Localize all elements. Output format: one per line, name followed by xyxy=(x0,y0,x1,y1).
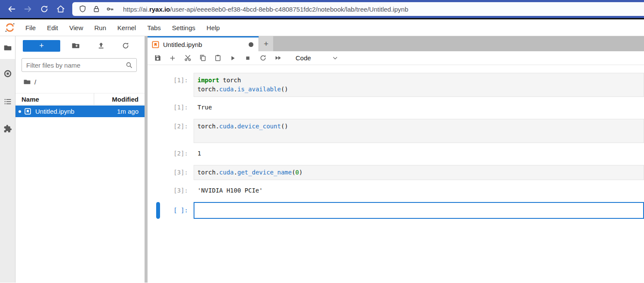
run-cell-button[interactable] xyxy=(228,54,237,62)
menu-edit[interactable]: Edit xyxy=(41,24,64,31)
save-icon xyxy=(154,54,162,62)
cut-cell-button[interactable] xyxy=(183,54,192,62)
notebook-cell-code: [1]:import torchtorch.cuda.is_available(… xyxy=(148,73,644,97)
run-icon xyxy=(229,54,237,62)
scissors-icon xyxy=(184,54,192,62)
sidebar-tab-toc[interactable] xyxy=(3,97,12,106)
file-modified: 1m ago xyxy=(117,108,145,115)
cell-prompt: [1]: xyxy=(148,103,194,112)
menu-view[interactable]: View xyxy=(64,24,89,31)
new-launcher-button[interactable]: + xyxy=(23,40,60,52)
cell-type-dropdown[interactable]: Code xyxy=(296,54,311,62)
restart-run-all-button[interactable] xyxy=(274,54,282,62)
breadcrumb: / xyxy=(23,78,36,86)
restart-kernel-button[interactable] xyxy=(259,54,267,62)
browser-home-button[interactable] xyxy=(55,4,66,14)
upload-icon xyxy=(97,41,105,50)
browser-toolbar: https://ai.ryax.io/user-api/eeee8eb0-ef3… xyxy=(0,0,644,18)
new-tab-button[interactable]: + xyxy=(259,36,273,51)
fast-forward-icon xyxy=(274,54,282,62)
cell-prompt: [2]: xyxy=(148,149,194,158)
notebook-cell-code: [3]:torch.cuda.get_device_name(0) xyxy=(148,165,644,180)
breadcrumb-root[interactable]: / xyxy=(34,78,36,86)
left-activity-bar xyxy=(0,36,15,283)
running-kernels-icon xyxy=(3,69,12,78)
browser-reload-button[interactable] xyxy=(39,4,49,14)
menu-tabs[interactable]: Tabs xyxy=(142,24,166,31)
new-folder-icon xyxy=(71,41,80,50)
cell-prompt: [ ]: xyxy=(148,202,194,219)
filter-files-box xyxy=(22,58,137,72)
interrupt-kernel-button[interactable] xyxy=(243,54,252,62)
copy-cell-button[interactable] xyxy=(198,54,207,62)
menu-file[interactable]: File xyxy=(20,24,41,31)
forward-icon xyxy=(23,4,33,14)
browser-back-button[interactable] xyxy=(6,4,17,14)
sidebar-tab-filebrowser[interactable] xyxy=(0,36,15,59)
filter-files-input[interactable] xyxy=(26,62,125,69)
notebook-cell-output: [1]:True xyxy=(148,103,644,112)
cell-input-editor[interactable] xyxy=(194,202,644,219)
folder-icon xyxy=(3,44,12,52)
paste-cell-button[interactable] xyxy=(213,54,222,62)
notebook-cell-output: [3]:'NVIDIA H100 PCIe' xyxy=(148,186,644,195)
notebook-tab-icon xyxy=(151,40,160,49)
file-row-untitled-ipynb[interactable]: Untitled.ipynb 1m ago xyxy=(15,106,145,117)
url-text: https://ai.ryax.io/user-api/eeee8eb0-ef3… xyxy=(123,6,408,13)
tab-untitled-ipynb[interactable]: Untitled.ipynb xyxy=(148,36,259,51)
file-list-header: Name Modified xyxy=(15,93,145,105)
sidebar-tab-extensions[interactable] xyxy=(3,124,12,133)
cell-prompt: [2]: xyxy=(148,119,194,143)
jupyterlab-browser-window: https://ai.ryax.io/user-api/eeee8eb0-ef3… xyxy=(0,0,644,283)
column-header-modified[interactable]: Modified xyxy=(94,96,145,103)
save-button[interactable] xyxy=(153,54,162,62)
notebook-toolbar: Code xyxy=(148,51,644,65)
stop-icon xyxy=(244,54,252,62)
key-icon[interactable] xyxy=(106,5,114,13)
cell-input-editor[interactable]: torch.cuda.get_device_name(0) xyxy=(194,165,644,180)
menu-kernel[interactable]: Kernel xyxy=(112,24,142,31)
active-cell-collapser[interactable] xyxy=(156,202,160,219)
refresh-filebrowser-button[interactable] xyxy=(121,41,130,50)
insert-cell-button[interactable] xyxy=(168,54,177,62)
menu-help[interactable]: Help xyxy=(201,24,225,31)
plus-icon xyxy=(169,54,176,62)
upload-button[interactable] xyxy=(97,41,105,50)
notebook-file-icon xyxy=(24,108,31,115)
back-icon xyxy=(7,4,16,14)
browser-forward-button[interactable] xyxy=(23,4,33,14)
lock-icon[interactable] xyxy=(92,5,101,13)
kernel-running-dot xyxy=(18,110,21,113)
notebook-cell-output: [2]:1 xyxy=(148,149,644,158)
notebook-cells: [1]:import torchtorch.cuda.is_available(… xyxy=(148,65,644,283)
cell-output: 1 xyxy=(194,149,644,158)
cell-output: 'NVIDIA H100 PCIe' xyxy=(194,186,644,195)
file-name: Untitled.ipynb xyxy=(35,108,117,115)
sidebar-tab-running[interactable] xyxy=(3,69,12,78)
cell-input-editor[interactable]: torch.cuda.device_count() xyxy=(194,119,644,143)
chevron-down-icon[interactable] xyxy=(332,55,339,62)
cell-input-editor[interactable]: import torchtorch.cuda.is_available() xyxy=(194,73,644,97)
notebook-cell-code: [2]:torch.cuda.device_count() xyxy=(148,119,644,143)
column-header-name[interactable]: Name xyxy=(15,96,94,103)
reload-icon xyxy=(40,4,49,14)
new-folder-button[interactable] xyxy=(71,41,80,50)
panel-splitter[interactable] xyxy=(145,36,148,283)
unsaved-changes-dot[interactable] xyxy=(249,42,253,47)
restart-icon xyxy=(259,54,267,62)
address-bar[interactable]: https://ai.ryax.io/user-api/eeee8eb0-ef3… xyxy=(72,2,644,16)
cell-output: True xyxy=(194,103,644,112)
home-icon xyxy=(56,4,65,14)
jupyter-menubar: File Edit View Run Kernel Tabs Settings … xyxy=(0,19,644,36)
menu-run[interactable]: Run xyxy=(89,24,112,31)
breadcrumb-home-folder-icon[interactable] xyxy=(23,78,31,86)
tab-label: Untitled.ipynb xyxy=(163,41,202,48)
main-dock-panel: Untitled.ipynb + xyxy=(148,36,644,283)
cell-prompt: [3]: xyxy=(148,186,194,195)
shield-permissions-icon[interactable] xyxy=(78,5,87,13)
ryax-logo-icon xyxy=(4,22,15,33)
cell-prompt: [3]: xyxy=(148,165,194,180)
paste-icon xyxy=(214,54,222,62)
menu-settings[interactable]: Settings xyxy=(166,24,201,31)
cell-prompt: [1]: xyxy=(148,73,194,97)
